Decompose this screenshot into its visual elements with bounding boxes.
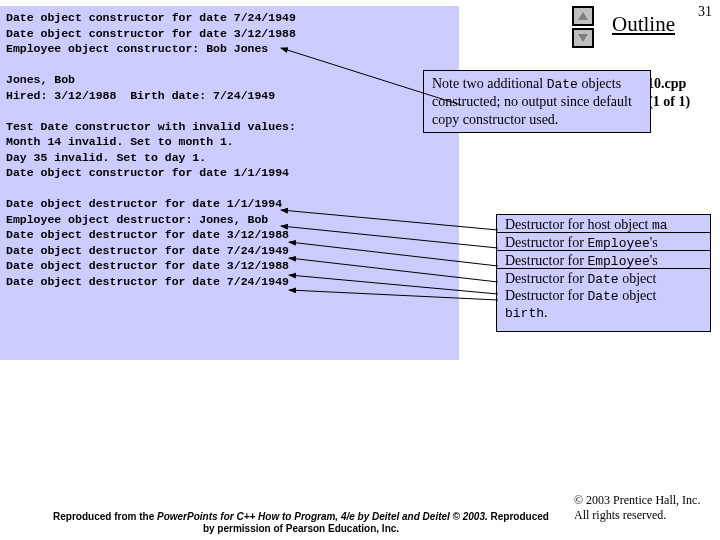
svg-marker-0 <box>578 12 588 20</box>
callout-note: Note two additional Date objects constru… <box>423 70 651 133</box>
arrow-up-icon <box>577 7 589 25</box>
outline-heading[interactable]: Outline <box>612 12 675 37</box>
callout-text: Note two additional <box>432 76 547 91</box>
reproduction-notice: Reproduced from the PowerPoints for C++ … <box>50 511 552 534</box>
page-number: 31 <box>698 4 712 20</box>
copyright-text: © 2003 Prentice Hall, Inc. All rights re… <box>574 493 714 522</box>
callout-code: Date <box>547 77 578 92</box>
nav-down-button[interactable] <box>572 28 594 48</box>
nav-up-button[interactable] <box>572 6 594 26</box>
callout-layer: Destructor for Date object Destructor fo… <box>496 268 711 332</box>
arrow-down-icon <box>577 29 589 47</box>
console-output: Date object constructor for date 7/24/19… <box>0 6 459 360</box>
svg-marker-1 <box>578 34 588 42</box>
